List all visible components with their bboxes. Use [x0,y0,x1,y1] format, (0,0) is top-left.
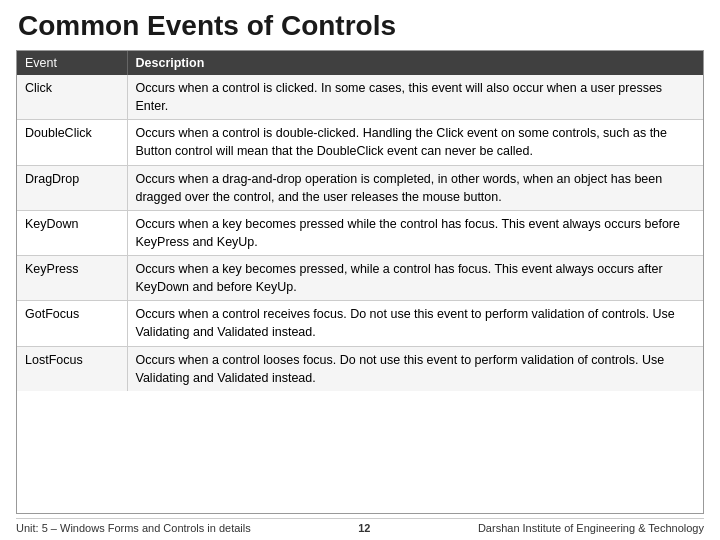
table-row: KeyPressOccurs when a key becomes presse… [17,256,703,301]
cell-description: Occurs when a control looses focus. Do n… [127,346,703,391]
cell-description: Occurs when a control receives focus. Do… [127,301,703,346]
table-row: ClickOccurs when a control is clicked. I… [17,75,703,120]
cell-event: Click [17,75,127,120]
header-event: Event [17,51,127,75]
cell-event: DragDrop [17,165,127,210]
cell-description: Occurs when a drag-and-drop operation is… [127,165,703,210]
page: Common Events of Controls Event Descript… [0,0,720,540]
table-row: GotFocusOccurs when a control receives f… [17,301,703,346]
cell-description: Occurs when a control is double-clicked.… [127,120,703,165]
footer-page-number: 12 [358,522,370,534]
cell-description: Occurs when a key becomes pressed while … [127,210,703,255]
cell-event: GotFocus [17,301,127,346]
events-table-wrapper: Event Description ClickOccurs when a con… [16,50,704,514]
footer: Unit: 5 – Windows Forms and Controls in … [16,518,704,534]
table-header-row: Event Description [17,51,703,75]
cell-event: KeyDown [17,210,127,255]
cell-event: KeyPress [17,256,127,301]
cell-description: Occurs when a key becomes pressed, while… [127,256,703,301]
cell-event: LostFocus [17,346,127,391]
table-row: LostFocusOccurs when a control looses fo… [17,346,703,391]
events-table: Event Description ClickOccurs when a con… [17,51,703,391]
table-row: DoubleClickOccurs when a control is doub… [17,120,703,165]
table-row: KeyDownOccurs when a key becomes pressed… [17,210,703,255]
header-description: Description [127,51,703,75]
footer-institute: Darshan Institute of Engineering & Techn… [478,522,704,534]
page-title: Common Events of Controls [16,10,704,42]
table-row: DragDropOccurs when a drag-and-drop oper… [17,165,703,210]
footer-unit: Unit: 5 – Windows Forms and Controls in … [16,522,251,534]
cell-description: Occurs when a control is clicked. In som… [127,75,703,120]
cell-event: DoubleClick [17,120,127,165]
